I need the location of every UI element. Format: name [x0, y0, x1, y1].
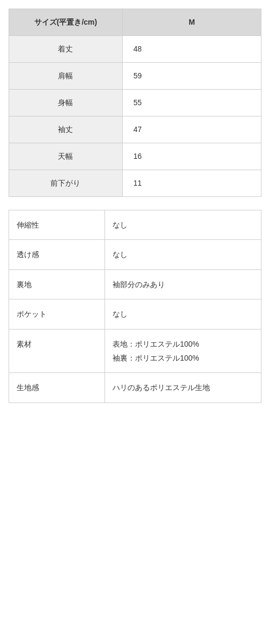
prop-value: 表地：ポリエステル100%袖裏：ポリエステル100%	[104, 329, 261, 373]
page-wrapper: サイズ(平置き/cm) M 着丈48肩幅59身幅55袖丈47天幅16前下がり11…	[0, 0, 270, 412]
table-row: 袖丈47	[9, 116, 261, 143]
prop-value: 袖部分のみあり	[104, 269, 261, 299]
prop-value: なし	[104, 240, 261, 269]
size-table-header-col1: サイズ(平置き/cm)	[9, 9, 123, 36]
table-row: 身幅55	[9, 90, 261, 116]
prop-value-line2: 袖裏：ポリエステル100%	[112, 352, 253, 364]
prop-label: 伸縮性	[9, 210, 105, 240]
prop-label: 裏地	[9, 269, 105, 299]
prop-label: 透け感	[9, 240, 105, 269]
size-value: 59	[122, 63, 261, 90]
size-value: 11	[122, 170, 261, 197]
table-row: 透け感なし	[9, 240, 261, 269]
table-row: 裏地袖部分のみあり	[9, 269, 261, 299]
table-row: 着丈48	[9, 36, 261, 63]
size-label: 前下がり	[9, 170, 123, 197]
props-table: 伸縮性なし透け感なし裏地袖部分のみありポケットなし素材表地：ポリエステル100%…	[9, 210, 261, 403]
size-value: 48	[122, 36, 261, 63]
size-label: 袖丈	[9, 116, 123, 143]
size-label: 着丈	[9, 36, 123, 63]
size-table: サイズ(平置き/cm) M 着丈48肩幅59身幅55袖丈47天幅16前下がり11	[9, 9, 261, 197]
table-row: 伸縮性なし	[9, 210, 261, 240]
size-value: 55	[122, 90, 261, 116]
size-table-header-col2: M	[122, 9, 261, 36]
prop-label: 素材	[9, 329, 105, 373]
size-label: 肩幅	[9, 63, 123, 90]
size-value: 16	[122, 143, 261, 170]
prop-label: 生地感	[9, 373, 105, 402]
prop-value: ハリのあるポリエステル生地	[104, 373, 261, 402]
table-row: 天幅16	[9, 143, 261, 170]
prop-value: なし	[104, 210, 261, 240]
table-row: 素材表地：ポリエステル100%袖裏：ポリエステル100%	[9, 329, 261, 373]
size-label: 身幅	[9, 90, 123, 116]
size-label: 天幅	[9, 143, 123, 170]
prop-label: ポケット	[9, 299, 105, 329]
table-row: ポケットなし	[9, 299, 261, 329]
prop-value: なし	[104, 299, 261, 329]
table-row: 肩幅59	[9, 63, 261, 90]
table-row: 生地感ハリのあるポリエステル生地	[9, 373, 261, 402]
size-value: 47	[122, 116, 261, 143]
table-row: 前下がり11	[9, 170, 261, 197]
prop-value-line1: 表地：ポリエステル100%	[112, 338, 253, 350]
